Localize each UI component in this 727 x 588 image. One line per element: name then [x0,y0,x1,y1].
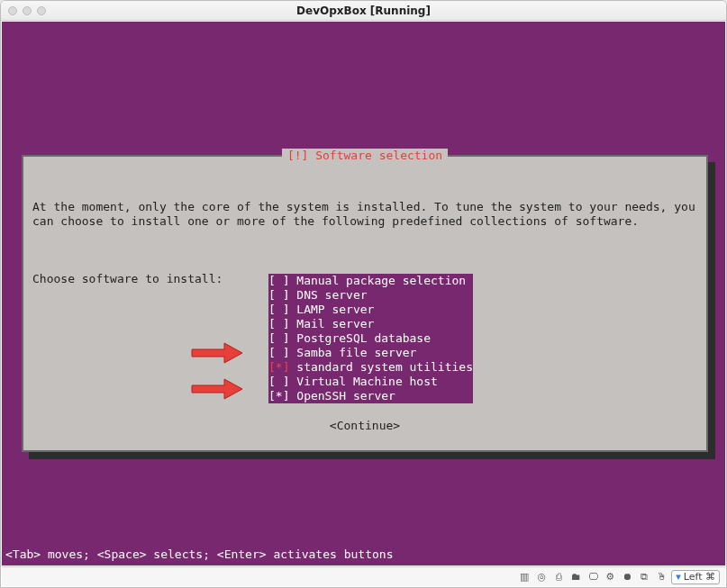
software-option-label: DNS server [296,288,473,302]
software-option[interactable]: [ ] DNS server [268,288,473,303]
dialog-body: At the moment, only the core of the syst… [32,171,697,441]
software-option[interactable]: [*] standard system utilities [268,360,473,375]
dialog-title-wrap: [!] Software selection [23,149,706,163]
software-option-label: Samba file server [296,346,473,359]
dialog-paragraph: At the moment, only the core of the syst… [32,200,697,229]
titlebar[interactable]: DevOpxBox [Running] [1,1,726,21]
software-option-label: LAMP server [296,303,473,316]
software-option[interactable]: [ ] Manual package selection [268,274,473,288]
software-option-label: Mail server [296,317,473,330]
close-icon[interactable] [8,6,17,15]
software-option[interactable]: [ ] Virtual Machine host [268,375,473,389]
software-option-label: PostgreSQL database [296,331,473,345]
continue-button[interactable]: <Continue> [32,419,697,433]
checkbox-checked-icon[interactable]: [*] [268,389,296,403]
software-option[interactable]: [ ] LAMP server [268,303,473,317]
display-icon[interactable]: 🖵 [586,570,600,584]
host-key-label: Left ⌘ [684,571,715,583]
hdd-icon[interactable]: ▥ [517,570,532,584]
software-selection-dialog[interactable]: [!] Software selection At the moment, on… [22,155,708,452]
checkbox-unchecked-icon[interactable]: [ ] [268,346,296,359]
vm-window: DevOpxBox [Running] [!] Software selecti… [0,0,727,588]
guest-terminal[interactable]: [!] Software selection At the moment, on… [2,22,725,565]
software-option-label: Virtual Machine host [296,375,473,388]
optical-disc-icon[interactable]: ◎ [534,570,549,584]
software-option[interactable]: [*] OpenSSH server [268,389,473,403]
window-title: DevOpxBox [Running] [1,5,726,17]
software-option[interactable]: [ ] PostgreSQL database [268,331,473,346]
software-menu[interactable]: [ ] Manual package selection [ ] DNS ser… [268,274,473,403]
settings-icon[interactable]: ⚙ [603,570,617,584]
checkbox-unchecked-icon[interactable]: [ ] [268,303,296,316]
checkbox-unchecked-icon[interactable]: [ ] [268,331,296,345]
software-option[interactable]: [ ] Mail server [268,317,473,331]
recording-icon[interactable]: ⏺ [620,570,634,584]
software-option-label: OpenSSH server [296,389,473,403]
checkbox-unchecked-icon[interactable]: [ ] [268,317,296,330]
checkbox-unchecked-icon[interactable]: [ ] [268,375,296,388]
host-status-bar[interactable]: ▥ ◎ ⎙ 🖿 🖵 ⚙ ⏺ ⧉ 🖱 ▾ Left ⌘ [2,566,725,586]
software-option-label: standard system utilities [296,360,473,374]
minimize-icon[interactable] [23,6,32,15]
software-option-label: Manual package selection [296,274,473,287]
mouse-capture-icon[interactable]: 🖱 [654,570,668,584]
checkbox-unchecked-icon[interactable]: [ ] [268,274,296,287]
host-key-indicator[interactable]: ▾ Left ⌘ [671,570,720,584]
checkbox-unchecked-icon[interactable]: [ ] [268,288,296,302]
zoom-icon[interactable] [37,6,46,15]
key-hint: <Tab> moves; <Space> selects; <Enter> ac… [5,547,393,562]
dialog-title: [!] Software selection [282,149,448,163]
chevron-down-icon: ▾ [676,571,681,583]
shared-folder-icon[interactable]: 🖿 [568,570,583,584]
window-controls[interactable] [8,6,46,15]
checkbox-checked-icon[interactable]: [*] [268,360,296,374]
network-icon[interactable]: ⧉ [637,570,651,584]
software-option[interactable]: [ ] Samba file server [268,346,473,360]
usb-icon[interactable]: ⎙ [551,570,566,584]
